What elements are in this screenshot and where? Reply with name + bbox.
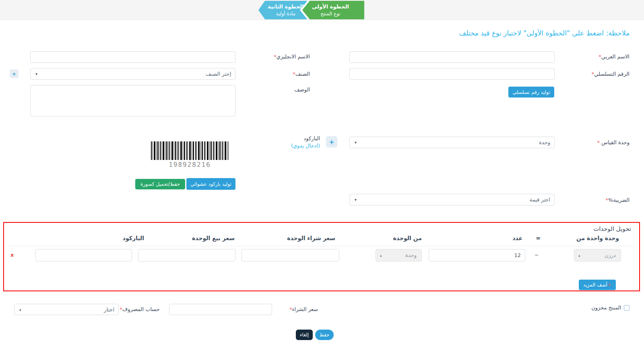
chevron-down-icon: ▾ xyxy=(35,72,37,76)
save-barcode-button[interactable]: حفظ/تحميل كصورة xyxy=(135,179,185,189)
stock-product-checkbox-row[interactable]: المنتج مخزون xyxy=(591,305,630,311)
product-form-page: الخطوة الأولى نوع المنتج الخطوة الثانية … xyxy=(0,0,644,359)
unit-label: وحدة القياس * xyxy=(597,139,630,145)
generate-barcode-button[interactable]: توليد باركود عشوائي xyxy=(186,178,235,190)
chevron-down-icon: ▾ xyxy=(355,140,357,145)
note-text: ملاحظة: اضغط على "الخطوة الأولى" لاختيار… xyxy=(459,29,630,37)
english-name-label: الاسم الانجليزي* xyxy=(274,54,310,60)
arabic-name-input[interactable] xyxy=(349,51,555,63)
unit-select-value: وحدة xyxy=(539,139,550,145)
delete-row-button[interactable]: x xyxy=(10,252,14,258)
plus-icon: + xyxy=(607,282,611,288)
chevron-up-icon: ▴ xyxy=(380,253,382,257)
add-category-button[interactable]: + xyxy=(10,69,19,78)
header-divider xyxy=(8,246,635,246)
category-label: الصنف* xyxy=(293,71,310,77)
expense-account-value: اختار xyxy=(104,307,114,313)
barcode-image xyxy=(151,141,229,160)
unit-barcode-input[interactable] xyxy=(35,249,132,261)
from-unit-select[interactable]: درزن ▴ xyxy=(574,249,621,261)
from-unit-value: درزن xyxy=(605,252,616,258)
unit-sell-price-input[interactable] xyxy=(138,249,235,261)
barcode-label: الباركود xyxy=(304,135,320,141)
category-select-value: إختر الصنف xyxy=(206,71,231,77)
tax-label: الضريبة%* xyxy=(606,197,630,203)
category-select[interactable]: إختر الصنف ▾ xyxy=(30,68,235,80)
serial-input[interactable] xyxy=(349,68,555,80)
step1-title: الخطوة الأولى xyxy=(302,4,359,10)
add-unit-button[interactable]: + xyxy=(326,136,337,147)
chevron-up-icon: ▴ xyxy=(19,307,21,311)
units-section-title: تحويل الوحدات xyxy=(593,225,631,232)
tax-select[interactable]: اختر قيمة ▾ xyxy=(349,194,555,205)
purchase-price-input[interactable] xyxy=(169,304,272,315)
col-header-count: عدد xyxy=(512,235,522,241)
expense-account-select[interactable]: اختار ▴ xyxy=(14,304,119,315)
generate-serial-button[interactable]: توليد رقم تسلسلي xyxy=(508,87,554,98)
serial-label: الرقم التسلسلي* xyxy=(592,71,630,77)
save-button[interactable]: حفظ xyxy=(315,330,334,340)
plus-icon: + xyxy=(329,138,334,146)
equals-sign: = xyxy=(535,252,539,258)
col-header-one-unit-of: وحدة واحدة من xyxy=(576,235,619,241)
add-more-button[interactable]: +أضف المزيد xyxy=(579,280,616,290)
english-name-input[interactable] xyxy=(30,51,235,63)
barcode-number: 198928216 xyxy=(151,161,229,168)
description-label: الوصف xyxy=(294,87,310,93)
checkbox-icon[interactable] xyxy=(624,305,630,311)
tax-select-value: اختر قيمة xyxy=(530,197,551,203)
step1-subtitle: نوع المنتج xyxy=(302,11,359,17)
arabic-name-label: الاسم العربي* xyxy=(599,54,630,60)
chevron-down-icon: ▾ xyxy=(355,197,357,202)
col-header-barcode: الباركود xyxy=(123,235,144,241)
purchase-price-label: سعر الشراء* xyxy=(289,306,318,312)
barcode-manual-link[interactable]: (ادخال يدوي) xyxy=(291,143,320,149)
cancel-button[interactable]: إلغاء xyxy=(296,330,313,340)
col-header-buy-price: سعر شراء الوحدة xyxy=(287,235,335,241)
description-textarea[interactable] xyxy=(30,85,235,116)
to-unit-select[interactable]: وحدة ▴ xyxy=(376,249,422,261)
expense-account-label: حساب المصروف* xyxy=(120,306,160,312)
count-input[interactable] xyxy=(429,249,525,261)
col-header-equals: = xyxy=(536,235,541,241)
col-header-sell-price: سعر بيع الوحدة xyxy=(192,235,235,241)
plus-icon: + xyxy=(12,71,17,77)
stock-product-label: المنتج مخزون xyxy=(591,305,621,311)
unit-select[interactable]: وحدة ▾ xyxy=(349,137,555,148)
units-conversion-section: تحويل الوحدات وحدة واحدة من = عدد من الو… xyxy=(3,222,640,291)
col-header-from-unit: من الوحدة xyxy=(393,235,422,241)
to-unit-value: وحدة xyxy=(405,252,417,258)
unit-buy-price-input[interactable] xyxy=(242,249,339,261)
wizard-step-1[interactable]: الخطوة الأولى نوع المنتج xyxy=(302,1,364,19)
chevron-up-icon: ▴ xyxy=(578,253,580,257)
